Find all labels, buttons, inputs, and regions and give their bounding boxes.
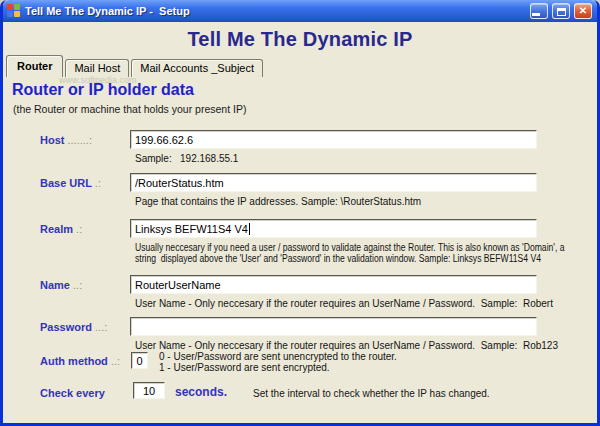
- window-title: Tell Me The Dynamic IP - Setup: [25, 5, 526, 17]
- auth-method-help-line2: 1 - User/Password are sent encrypted.: [159, 362, 330, 373]
- close-icon: ✕: [579, 6, 587, 16]
- titlebar: Tell Me The Dynamic IP - Setup ✕: [3, 0, 597, 22]
- section-title: Router or IP holder data: [12, 81, 194, 99]
- section-subtitle: (the Router or machine that holds your p…: [13, 103, 246, 115]
- realm-input[interactable]: Linksys BEFW11S4 V4: [130, 219, 537, 238]
- setup-window: Tell Me The Dynamic IP - Setup ✕ Tell Me…: [0, 0, 600, 426]
- base-url-input[interactable]: [130, 173, 537, 192]
- realm-value: Linksys BEFW11S4 V4: [135, 223, 248, 235]
- check-every-input[interactable]: [133, 382, 165, 399]
- app-icon: [7, 4, 21, 18]
- realm-help-line2: string displayed above the 'User' and 'P…: [135, 253, 541, 264]
- maximize-icon: [557, 8, 566, 16]
- password-label: Password ...:: [40, 321, 107, 333]
- check-every-label: Check every: [40, 387, 105, 399]
- check-every-unit: seconds.: [175, 385, 227, 399]
- page-title: Tell Me The Dynamic IP: [3, 28, 597, 51]
- auth-method-input[interactable]: [131, 352, 148, 369]
- name-input[interactable]: [130, 275, 537, 294]
- dialog-body: Tell Me The Dynamic IP Router Mail Host …: [3, 22, 597, 423]
- password-help: User Name - Only neccesary if the router…: [135, 340, 558, 351]
- base-url-label: Base URL .:: [40, 177, 101, 189]
- name-label: Name ..:: [40, 279, 82, 291]
- auth-method-help-line1: 0 - User/Password are sent unencrypted t…: [159, 351, 397, 362]
- realm-label: Realm .:: [40, 223, 82, 235]
- base-url-help: Page that contains the IP addresses. Sam…: [135, 196, 421, 207]
- tab-router[interactable]: Router: [6, 55, 63, 77]
- check-every-help: Set the interval to check whether the IP…: [253, 388, 490, 399]
- minimize-icon: [532, 13, 540, 16]
- tab-mail-accounts-subject[interactable]: Mail Accounts _Subject: [131, 59, 263, 77]
- host-input[interactable]: [130, 130, 537, 149]
- auth-method-label: Auth method ..:: [40, 355, 120, 367]
- host-label: Host .......:: [40, 134, 92, 146]
- host-help: Sample: 192.168.55.1: [135, 153, 238, 164]
- maximize-button[interactable]: [552, 3, 570, 19]
- tabstrip: Router Mail Host Mail Accounts _Subject: [6, 55, 265, 77]
- name-help: User Name - Only neccesary if the router…: [135, 298, 553, 309]
- minimize-button[interactable]: [530, 3, 548, 19]
- realm-help-line1: Usually neccesary if you need a user / p…: [135, 242, 565, 253]
- close-button[interactable]: ✕: [574, 3, 592, 19]
- password-input[interactable]: [130, 317, 537, 336]
- text-caret: [249, 223, 250, 235]
